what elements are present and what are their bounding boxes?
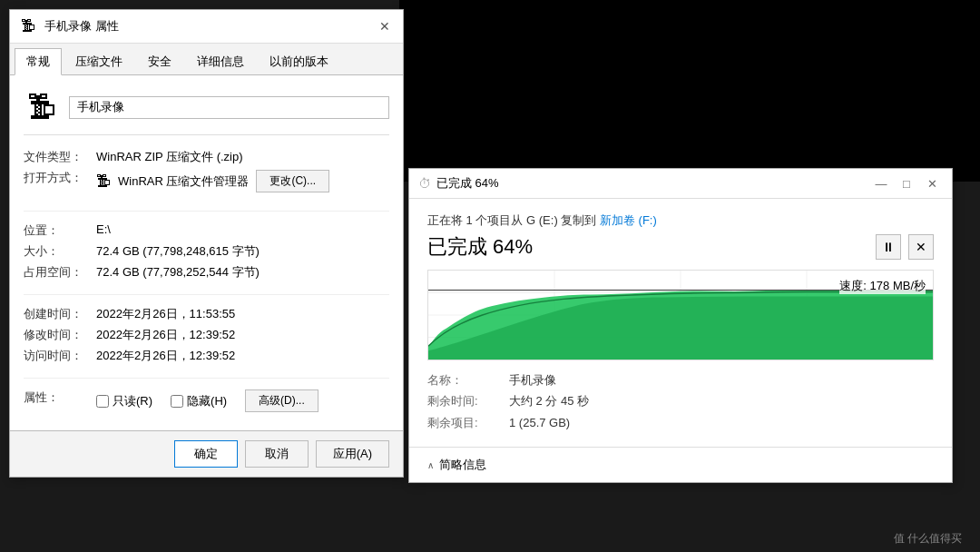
open-with-label: 打开方式： [24,170,96,186]
speed-label: 速度: 178 MB/秒 [839,278,926,294]
tab-compressed[interactable]: 压缩文件 [64,48,134,74]
properties-dialog: 🗜 手机录像 属性 ✕ 常规 压缩文件 安全 详细信息 以前的版本 🗜 文件类型… [9,9,404,478]
stop-icon: ✕ [916,240,926,254]
dialog-content: 🗜 文件类型： WinRAR ZIP 压缩文件 (.zip) 打开方式： 🗜 W… [10,75,403,430]
file-type-section: 文件类型： WinRAR ZIP 压缩文件 (.zip) 打开方式： 🗜 Win… [24,149,389,212]
copy-title-left: ⏱ 已完成 64% [418,175,499,192]
copy-title-text: 已完成 64% [436,175,499,192]
location-size-section: 位置： E:\ 大小： 72.4 GB (77,798,248,615 字节) … [24,222,389,295]
copy-progress-dialog: ⏱ 已完成 64% — □ ✕ 正在将 1 个项目从 G (E:) 复制到 新加… [408,168,953,483]
created-row: 创建时间： 2022年2月26日，11:53:55 [24,306,389,322]
apply-button[interactable]: 应用(A) [316,440,389,468]
attributes-label: 属性： [24,389,96,406]
speed-value: 速度: 178 MB/秒 [839,279,926,292]
copy-destination: 新加卷 (F:) [600,213,657,227]
tab-security[interactable]: 安全 [136,48,183,74]
tab-previous[interactable]: 以前的版本 [258,48,340,74]
pause-button[interactable]: ⏸ [876,234,901,260]
name-detail-label: 名称： [427,370,509,390]
name-detail-row: 名称： 手机录像 [427,370,934,390]
file-name-input[interactable] [69,96,389,119]
location-label: 位置： [24,222,96,239]
size-disk-row: 占用空间： 72.4 GB (77,798,252,544 字节) [24,264,389,281]
dialog-titlebar: 🗜 手机录像 属性 ✕ [10,10,403,44]
dialog-footer: 确定 取消 应用(A) [10,430,403,477]
created-value: 2022年2月26日，11:53:55 [96,306,235,322]
readonly-label: 只读(R) [113,393,152,409]
readonly-checkbox-label[interactable]: 只读(R) [96,393,152,409]
copy-titlebar: ⏱ 已完成 64% — □ ✕ [409,169,952,199]
copy-percent-text: 已完成 64% [427,233,533,261]
speed-graph-container: 速度: 178 MB/秒 [427,270,934,360]
location-value: E:\ [96,222,111,236]
timestamps-section: 创建时间： 2022年2月26日，11:53:55 修改时间： 2022年2月2… [24,306,389,379]
tab-general[interactable]: 常规 [15,48,62,75]
hidden-checkbox[interactable] [171,395,183,408]
dialog-title-left: 🗜 手机录像 属性 [19,17,119,35]
file-type-label: 文件类型： [24,149,96,165]
copy-controls: ⏸ ✕ [876,234,934,260]
dialog-title-text: 手机录像 属性 [44,18,119,34]
copy-details: 名称： 手机录像 剩余时间: 大约 2 分 45 秒 剩余项目: 1 (25.7… [427,370,934,433]
change-button[interactable]: 更改(C)... [256,170,329,192]
accessed-label: 访问时间： [24,348,96,364]
modified-label: 修改时间： [24,327,96,343]
ok-button[interactable]: 确定 [174,440,238,468]
remaining-time-value: 大约 2 分 45 秒 [509,390,589,411]
maximize-button[interactable]: □ [896,174,917,192]
chevron-down-icon: ∧ [427,460,434,470]
open-with-row: 打开方式： 🗜 WinRAR 压缩文件管理器 更改(C)... [24,170,389,197]
remaining-items-label: 剩余项目: [427,412,509,433]
size-row: 大小： 72.4 GB (77,798,248,615 字节) [24,243,389,260]
copy-from-text: 正在将 1 个项目从 G (E:) 复制到 新加卷 (F:) [427,212,934,229]
cancel-button[interactable]: 取消 [245,440,309,468]
remaining-time-label: 剩余时间: [427,390,509,411]
size-disk-label: 占用空间： [24,264,96,281]
open-with-inner: 🗜 WinRAR 压缩文件管理器 更改(C)... [96,170,329,192]
hidden-label: 隐藏(H) [187,393,227,409]
dialog-tabs: 常规 压缩文件 安全 详细信息 以前的版本 [10,44,403,75]
stop-button[interactable]: ✕ [908,234,934,260]
open-with-value: WinRAR 压缩文件管理器 [118,173,249,190]
modified-row: 修改时间： 2022年2月26日，12:39:52 [24,327,389,343]
watermark-text: 值 什么值得买 [894,531,962,547]
winrar-big-icon: 🗜 [24,89,60,125]
summary-label: 简略信息 [439,457,486,473]
file-type-row: 文件类型： WinRAR ZIP 压缩文件 (.zip) [24,149,389,165]
attributes-section: 属性： 只读(R) 隐藏(H) 高级(D)... [24,389,389,412]
advanced-button[interactable]: 高级(D)... [245,389,318,412]
location-row: 位置： E:\ [24,222,389,239]
file-type-value: WinRAR ZIP 压缩文件 (.zip) [96,149,243,165]
dialog-close-button[interactable]: ✕ [376,17,394,35]
size-value: 72.4 GB (77,798,248,615 字节) [96,243,260,260]
accessed-value: 2022年2月26日，12:39:52 [96,348,235,364]
minimize-button[interactable]: — [870,174,892,192]
bottom-bar: 值 什么值得买 [0,525,980,552]
modified-value: 2022年2月26日，12:39:52 [96,327,235,343]
background-black [399,0,980,182]
copy-from-label: 正在将 1 个项目从 G (E:) 复制到 [427,213,596,227]
file-name-row: 🗜 [24,89,389,135]
remaining-items-value: 1 (25.7 GB) [509,412,570,433]
accessed-row: 访问时间： 2022年2月26日，12:39:52 [24,348,389,364]
readonly-checkbox[interactable] [96,395,109,408]
copy-summary[interactable]: ∧ 简略信息 [409,447,952,482]
remaining-time-row: 剩余时间: 大约 2 分 45 秒 [427,390,934,411]
copy-title-actions: — □ ✕ [870,174,943,192]
attributes-controls: 只读(R) 隐藏(H) 高级(D)... [96,389,318,412]
winrar-title-icon: 🗜 [19,17,37,35]
size-label: 大小： [24,243,96,260]
pause-icon: ⏸ [882,240,895,254]
tab-details[interactable]: 详细信息 [185,48,256,74]
size-disk-value: 72.4 GB (77,798,252,544 字节) [96,264,260,281]
remaining-items-row: 剩余项目: 1 (25.7 GB) [427,412,934,433]
copy-content: 正在将 1 个项目从 G (E:) 复制到 新加卷 (F:) 已完成 64% ⏸… [409,199,952,447]
clock-icon: ⏱ [418,176,431,191]
name-detail-value: 手机录像 [509,370,556,390]
copy-percent-row: 已完成 64% ⏸ ✕ [427,233,934,261]
close-button[interactable]: ✕ [921,174,943,192]
winrar-small-icon: 🗜 [96,173,111,190]
created-label: 创建时间： [24,306,96,322]
hidden-checkbox-label[interactable]: 隐藏(H) [171,393,227,409]
